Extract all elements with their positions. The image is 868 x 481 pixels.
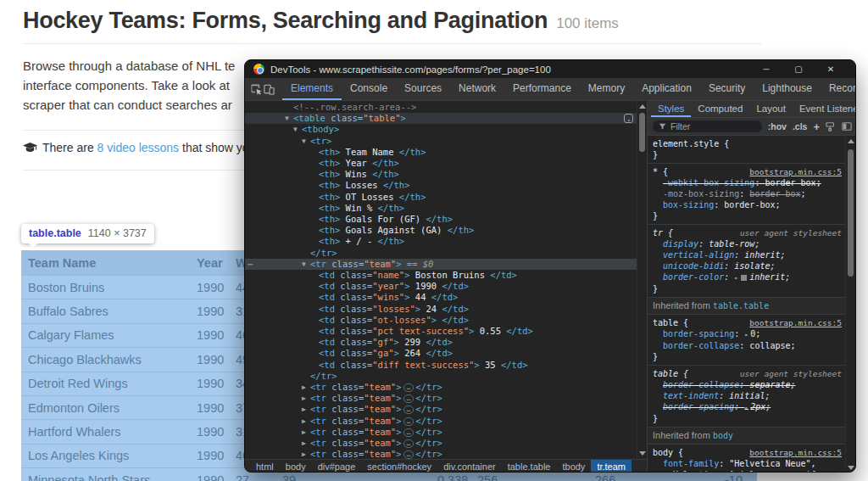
css-declaration[interactable]: unicode-bidi: isolate;: [653, 260, 842, 271]
breadcrumb-div-container[interactable]: div.container: [437, 460, 502, 473]
stylesheet-source-link[interactable]: bootstrap.min.css:5: [744, 166, 842, 177]
tab-performance[interactable]: Performance: [504, 78, 580, 100]
class-toggle[interactable]: .cls: [793, 121, 808, 131]
css-declaration[interactable]: -webkit-box-sizing: border-box;: [653, 177, 842, 188]
tree-node[interactable]: ▶<tr class="team">…</tr>: [245, 393, 637, 404]
maximize-button[interactable]: ▢: [782, 64, 815, 74]
expand-arrow-icon[interactable]: ▶: [302, 393, 306, 404]
scroll-down-icon[interactable]: [639, 451, 646, 456]
css-rule[interactable]: body {bootstrap.min.css:5font-family: "H…: [648, 445, 845, 473]
tree-node[interactable]: <td class="pct text-success"> 0.55 </td>: [245, 326, 637, 337]
tree-node[interactable]: ▶<tr class="team">…</tr>: [245, 449, 637, 459]
color-swatch[interactable]: [741, 275, 747, 281]
sidebar-panel-toggle-icon[interactable]: [842, 121, 852, 131]
tree-node[interactable]: ▼⋯<tr class="team"> == $0: [245, 259, 637, 270]
tab-console[interactable]: Console: [342, 78, 396, 100]
expand-arrow-icon[interactable]: ▶: [302, 438, 306, 449]
breadcrumb-body[interactable]: body: [280, 460, 312, 473]
breadcrumb-tr-team[interactable]: tr.team: [591, 460, 632, 473]
tree-node[interactable]: <th> Year </th>: [245, 158, 637, 169]
tree-node[interactable]: <th> Win % </th>: [245, 203, 637, 214]
elements-scrollbar[interactable]: [637, 101, 647, 459]
css-declaration[interactable]: display: table-row;: [653, 238, 842, 249]
tree-node[interactable]: <td class="ga"> 264 </td>: [245, 348, 637, 359]
expand-shorthand-icon[interactable]: ▸: [744, 404, 748, 411]
tree-node[interactable]: <td class="year"> 1990 </td>: [245, 281, 637, 292]
node-gutter-menu-icon[interactable]: ⋯: [248, 259, 253, 270]
css-declaration[interactable]: border-color: ▸inherit;: [653, 271, 842, 283]
new-style-rule-button[interactable]: +: [813, 120, 820, 133]
expand-arrow-icon[interactable]: ▶: [302, 404, 306, 415]
css-declaration[interactable]: vertical-align: inherit;: [653, 249, 842, 260]
tree-node[interactable]: <th> OT Losses </th>: [245, 192, 637, 203]
video-lessons-link[interactable]: 8 video lessons: [97, 141, 180, 154]
tab-memory[interactable]: Memory: [580, 78, 633, 100]
styles-tab-layout[interactable]: Layout: [749, 101, 793, 117]
tree-node[interactable]: ▼<table class="table">: [245, 113, 637, 124]
styles-filter-input[interactable]: Filter: [653, 120, 762, 132]
expand-shorthand-icon[interactable]: ▸: [734, 274, 738, 282]
collapse-arrow-icon[interactable]: ▼: [302, 136, 306, 147]
css-declaration[interactable]: border-spacing: ▸2px;: [653, 401, 842, 413]
breadcrumb-section-hockey[interactable]: section#hockey: [361, 460, 437, 473]
stylesheet-source-link[interactable]: bootstrap.min.css:5: [744, 447, 842, 458]
styles-tab-event-listeners[interactable]: Event Listeners: [793, 101, 856, 117]
tree-node[interactable]: ▶<tr class="team">…</tr>: [245, 416, 637, 427]
tree-node[interactable]: ▼<tr>: [245, 136, 637, 147]
styles-tab-computed[interactable]: Computed: [691, 101, 749, 117]
scroll-up-icon[interactable]: [639, 104, 646, 109]
tab-security[interactable]: Security: [700, 78, 754, 100]
expand-shorthand-icon[interactable]: ▸: [744, 331, 748, 338]
css-declaration[interactable]: -moz-box-sizing: border-box;: [653, 188, 842, 199]
tree-node[interactable]: <td class="gf"> 299 </td>: [245, 337, 637, 348]
css-rule[interactable]: table {bootstrap.min.css:5border-spacing…: [648, 315, 845, 366]
expand-arrow-icon[interactable]: ▶: [302, 416, 306, 427]
tree-node[interactable]: <td class="name"> Boston Bruins </td>: [245, 270, 637, 281]
css-declaration[interactable]: border-collapse: separate;: [653, 379, 842, 390]
tree-node[interactable]: </tr>: [245, 371, 637, 382]
inspect-element-button[interactable]: [250, 78, 263, 100]
tree-node[interactable]: <th> Losses </th>: [245, 180, 637, 191]
breadcrumb-html[interactable]: html: [250, 460, 280, 473]
tree-node[interactable]: <td class="losses"> 24 </td>: [245, 304, 637, 315]
tree-node[interactable]: <td class="wins"> 44 </td>: [245, 292, 637, 303]
collapse-arrow-icon[interactable]: ▼: [293, 124, 298, 135]
breadcrumb-div-page[interactable]: div#page: [312, 460, 362, 473]
tab-network[interactable]: Network: [450, 78, 504, 100]
scrollbar-thumb[interactable]: [848, 149, 854, 277]
css-declaration[interactable]: border-spacing: ▸0;: [653, 328, 842, 340]
scroll-up-icon[interactable]: [848, 139, 854, 143]
tree-node[interactable]: ▼<tbody>: [245, 124, 637, 135]
tree-node[interactable]: ▶<tr class="team">…</tr>: [245, 404, 637, 415]
tab-lighthouse[interactable]: Lighthouse: [754, 78, 821, 100]
pseudo-state-toggle[interactable]: :hov: [768, 121, 787, 131]
tab-application[interactable]: Application: [633, 78, 700, 100]
tab-recorder[interactable]: Recorder: [821, 78, 856, 100]
scroll-down-icon[interactable]: [848, 466, 854, 470]
css-declaration[interactable]: text-indent: initial;: [653, 390, 842, 401]
scroll-into-view-adorner-icon[interactable]: [624, 114, 633, 123]
css-declaration[interactable]: box-sizing: border-box;: [653, 199, 842, 210]
css-rule[interactable]: * {bootstrap.min.css:5-webkit-box-sizing…: [648, 164, 845, 225]
minimize-button[interactable]: ─: [750, 64, 782, 74]
tree-node[interactable]: ▶<tr class="team">…</tr>: [245, 427, 637, 438]
tree-node[interactable]: ▶<tr class="team">…</tr>: [245, 438, 637, 449]
collapse-arrow-icon[interactable]: ▼: [285, 113, 289, 124]
inherited-from-link[interactable]: body: [713, 431, 733, 440]
stylesheet-source-link[interactable]: bootstrap.min.css:5: [744, 317, 842, 328]
tab-elements[interactable]: Elements: [282, 78, 342, 100]
tree-node[interactable]: <th> Goals For (GF) </th>: [245, 214, 637, 225]
tree-node[interactable]: <!--.row.search-area-->: [245, 102, 637, 113]
tree-node[interactable]: <th> + / - </th>: [245, 236, 637, 247]
css-declaration[interactable]: border-collapse: collapse;: [653, 340, 842, 351]
css-rule[interactable]: tr {user agent stylesheetdisplay: table-…: [648, 225, 845, 298]
inherited-from-link[interactable]: table.table: [713, 301, 769, 310]
tab-sources[interactable]: Sources: [396, 78, 450, 100]
styles-scrollbar[interactable]: [845, 136, 855, 473]
expand-arrow-icon[interactable]: ▶: [302, 382, 306, 393]
tree-node[interactable]: ▶<tr class="team">…</tr>: [245, 382, 637, 393]
expand-arrow-icon[interactable]: ▶: [302, 449, 306, 459]
breadcrumb-table-table[interactable]: table.table: [502, 460, 557, 473]
scrollbar-thumb[interactable]: [639, 113, 645, 152]
css-rule[interactable]: table {user agent stylesheetborder-colla…: [648, 366, 845, 428]
